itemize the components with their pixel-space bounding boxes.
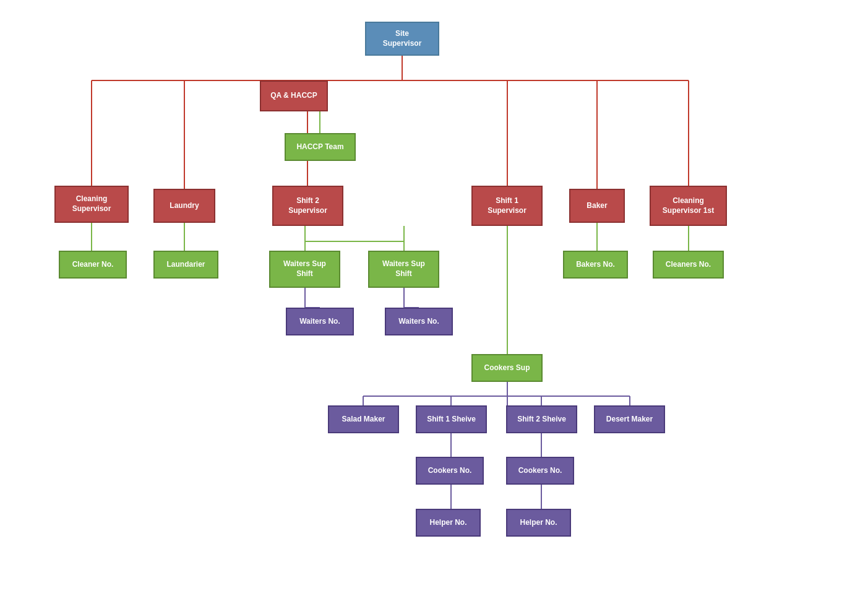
cookers-no1: Cookers No. bbox=[416, 457, 484, 485]
helper-no1: Helper No. bbox=[416, 509, 481, 537]
waiters-sup-shift2: Waiters Sup Shift bbox=[368, 251, 439, 288]
haccp-team: HACCP Team bbox=[285, 133, 356, 161]
shift1-sup: Shift 1 Supervisor bbox=[471, 186, 543, 226]
helper-no2: Helper No. bbox=[506, 509, 571, 537]
bakers-no: Bakers No. bbox=[563, 251, 628, 279]
waiters-no2: Waiters No. bbox=[385, 308, 453, 335]
waiters-no1: Waiters No. bbox=[286, 308, 354, 335]
desert-maker: Desert Maker bbox=[594, 405, 665, 433]
waiters-sup-shift1: Waiters Sup Shift bbox=[269, 251, 340, 288]
shift2-sheive: Shift 2 Sheive bbox=[506, 405, 577, 433]
baker: Baker bbox=[569, 189, 625, 223]
laundarier: Laundarier bbox=[153, 251, 218, 279]
site-supervisor: Site Supervisor bbox=[365, 22, 439, 56]
cookers-sup: Cookers Sup bbox=[471, 354, 543, 382]
org-chart: Site SupervisorQA & HACCPHACCP TeamClean… bbox=[0, 0, 868, 614]
cleaning-sup: Cleaning Supervisor bbox=[54, 186, 129, 223]
laundry: Laundry bbox=[153, 189, 215, 223]
shift1-sheive: Shift 1 Sheive bbox=[416, 405, 487, 433]
cleaning-sup1st: Cleaning Supervisor 1st bbox=[650, 186, 727, 226]
salad-maker: Salad Maker bbox=[328, 405, 399, 433]
cleaner-no: Cleaner No. bbox=[59, 251, 127, 279]
qa-haccp: QA & HACCP bbox=[260, 80, 328, 111]
cleaners-no: Cleaners No. bbox=[653, 251, 724, 279]
shift2-sup: Shift 2 Supervisor bbox=[272, 186, 343, 226]
cookers-no2: Cookers No. bbox=[506, 457, 574, 485]
